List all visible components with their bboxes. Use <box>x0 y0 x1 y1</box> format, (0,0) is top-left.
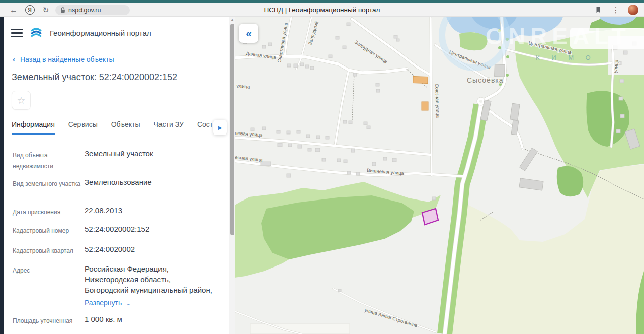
field-label: Кадастровый квартал <box>13 244 85 256</box>
field-row: Вид объекта недвижимости Земельный участ… <box>13 148 224 172</box>
star-icon: ☆ <box>17 95 25 106</box>
object-info-panel: Геоинформационный портал ‹ Назад в найде… <box>4 17 229 334</box>
left-edge-strip <box>0 17 4 334</box>
field-row: Площадь уточненная 1 000 кв. м <box>13 314 224 326</box>
field-value: Землепользование <box>85 177 152 189</box>
scrollbar-thumb[interactable] <box>230 24 234 235</box>
page-tab-title: НСПД | Геоинформационный портал <box>264 3 380 17</box>
field-row-address: Адрес Российская Федерация, Нижегородска… <box>13 263 224 308</box>
field-value: 52:24:0020002 <box>85 244 135 256</box>
address-bar[interactable]: nspd.gov.ru <box>55 5 130 15</box>
tab-information[interactable]: Информация <box>12 120 55 135</box>
menu-kebab-icon[interactable]: ⋮ <box>611 3 621 17</box>
bookmark-icon[interactable] <box>593 3 604 17</box>
field-label: Площадь уточненная <box>13 314 85 326</box>
browser-toolbar: ← Я ↻ nspd.gov.ru НСПД | Геоинформационн… <box>0 3 644 17</box>
watermark-subtext: К И М О <box>536 54 596 61</box>
favorite-star-button[interactable]: ☆ <box>12 91 31 110</box>
panel-scrollbar[interactable]: ▲ <box>229 17 235 334</box>
expand-label: Развернуть <box>85 298 122 308</box>
place-label: Сысоевка <box>467 76 504 84</box>
collapse-panel-button[interactable]: « <box>239 24 258 43</box>
chevron-right-icon: ▶ <box>218 125 222 130</box>
tab-parts[interactable]: Части ЗУ <box>153 120 183 135</box>
lock-icon <box>60 7 65 13</box>
page-title: Земельный участок: 52:24:0020002:152 <box>12 72 177 83</box>
back-link[interactable]: ‹ Назад в найденные объекты <box>13 55 114 63</box>
back-link-label: Назад в найденные объекты <box>20 55 114 63</box>
field-value: 1 000 кв. м <box>85 314 122 326</box>
tabs-scroll-right-button[interactable]: ▶ <box>213 120 227 135</box>
profile-avatar[interactable] <box>628 5 638 15</box>
map-viewport[interactable]: Дачная улица Счастливая улица Запрудный … <box>235 17 644 334</box>
tabs-divider <box>4 136 229 136</box>
app-title: Геоинформационный портал <box>50 29 151 37</box>
panel-header: Геоинформационный портал <box>11 25 151 40</box>
address-line: Нижегородская область, <box>85 274 212 285</box>
field-label: Дата присвоения <box>13 205 85 218</box>
browser-home-icon[interactable]: Я <box>24 3 36 17</box>
field-label: Кадастровый номер <box>13 224 85 236</box>
address-line: Богородский муниципальный район, <box>85 285 212 295</box>
browser-content: Геоинформационный портал ‹ Назад в найде… <box>0 17 644 334</box>
yandex-icon: Я <box>25 5 35 15</box>
basemap: Дачная улица Счастливая улица Запрудный … <box>235 17 644 334</box>
hamburger-menu-icon[interactable] <box>11 29 23 37</box>
chevron-down-icon: ⌄ <box>126 298 131 309</box>
expand-address-link[interactable]: Развернуть ⌄ <box>85 298 212 308</box>
field-label: Вид объекта недвижимости <box>13 148 85 172</box>
field-row: Вид земельного участка Землепользование <box>13 177 224 189</box>
field-row: Кадастровый квартал 52:24:0020002 <box>13 244 224 256</box>
watermark-cover-box <box>570 28 644 49</box>
chevron-left-icon: ‹ <box>13 55 15 63</box>
field-label: Вид земельного участка <box>13 177 85 189</box>
browser-back-icon[interactable]: ← <box>8 3 19 17</box>
address-value: Российская Федерация, Нижегородская обла… <box>85 263 212 308</box>
chevrons-left-icon: « <box>246 27 252 39</box>
field-value: 52:24:0020002:152 <box>85 224 149 236</box>
field-row: Кадастровый номер 52:24:0020002:152 <box>13 224 224 236</box>
field-label: Адрес <box>13 263 85 308</box>
address-line: Российская Федерация, <box>85 263 212 274</box>
portal-logo-icon <box>30 26 43 39</box>
tabs-bar: Информация Сервисы Объекты Части ЗУ Сост… <box>12 120 217 135</box>
field-value: 22.08.2013 <box>85 205 122 218</box>
url-text: nspd.gov.ru <box>68 7 101 14</box>
field-row: Дата присвоения 22.08.2013 <box>13 205 224 218</box>
tab-objects[interactable]: Объекты <box>111 120 140 135</box>
tab-services[interactable]: Сервисы <box>68 120 98 135</box>
refresh-icon[interactable]: ↻ <box>40 3 51 17</box>
field-value: Земельный участок <box>85 148 153 172</box>
